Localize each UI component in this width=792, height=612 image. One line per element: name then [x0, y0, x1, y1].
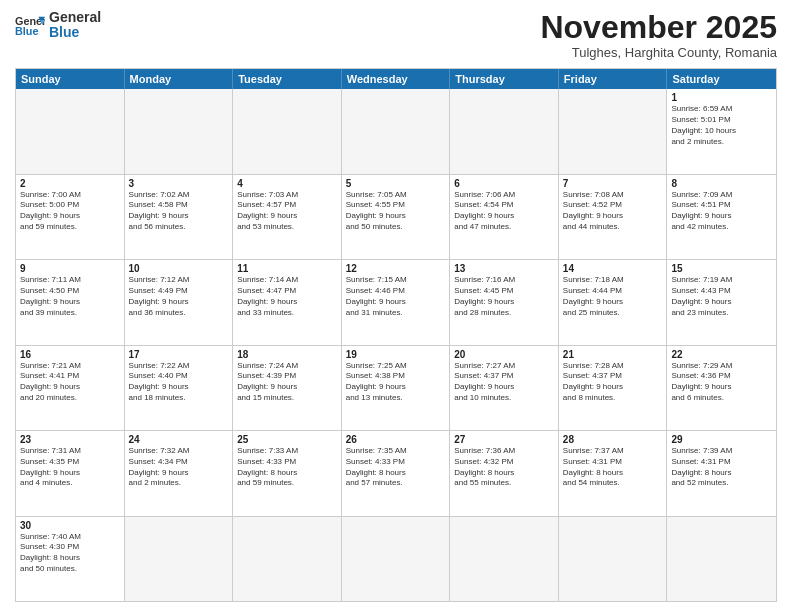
calendar-week-3: 9Sunrise: 7:11 AM Sunset: 4:50 PM Daylig…	[16, 260, 776, 345]
day-content: Sunrise: 7:09 AM Sunset: 4:51 PM Dayligh…	[671, 190, 772, 233]
day-number: 21	[563, 349, 663, 360]
day-number: 29	[671, 434, 772, 445]
day-number: 9	[20, 263, 120, 274]
calendar-cell: 24Sunrise: 7:32 AM Sunset: 4:34 PM Dayli…	[125, 431, 234, 515]
header-day-thursday: Thursday	[450, 69, 559, 89]
day-number: 14	[563, 263, 663, 274]
day-content: Sunrise: 7:32 AM Sunset: 4:34 PM Dayligh…	[129, 446, 229, 489]
day-content: Sunrise: 7:29 AM Sunset: 4:36 PM Dayligh…	[671, 361, 772, 404]
calendar-cell: 3Sunrise: 7:02 AM Sunset: 4:58 PM Daylig…	[125, 175, 234, 259]
calendar-cell: 27Sunrise: 7:36 AM Sunset: 4:32 PM Dayli…	[450, 431, 559, 515]
header-day-sunday: Sunday	[16, 69, 125, 89]
day-content: Sunrise: 7:21 AM Sunset: 4:41 PM Dayligh…	[20, 361, 120, 404]
calendar-cell	[125, 517, 234, 601]
logo-icon: General Blue	[15, 13, 45, 37]
calendar-cell	[450, 89, 559, 173]
day-content: Sunrise: 7:25 AM Sunset: 4:38 PM Dayligh…	[346, 361, 446, 404]
day-number: 6	[454, 178, 554, 189]
day-number: 12	[346, 263, 446, 274]
calendar-cell	[559, 517, 668, 601]
calendar-cell: 22Sunrise: 7:29 AM Sunset: 4:36 PM Dayli…	[667, 346, 776, 430]
calendar-cell: 10Sunrise: 7:12 AM Sunset: 4:49 PM Dayli…	[125, 260, 234, 344]
day-number: 30	[20, 520, 120, 531]
calendar-cell: 17Sunrise: 7:22 AM Sunset: 4:40 PM Dayli…	[125, 346, 234, 430]
header-day-wednesday: Wednesday	[342, 69, 451, 89]
day-number: 23	[20, 434, 120, 445]
svg-text:Blue: Blue	[15, 25, 38, 37]
calendar-cell: 13Sunrise: 7:16 AM Sunset: 4:45 PM Dayli…	[450, 260, 559, 344]
calendar-cell: 29Sunrise: 7:39 AM Sunset: 4:31 PM Dayli…	[667, 431, 776, 515]
calendar-week-4: 16Sunrise: 7:21 AM Sunset: 4:41 PM Dayli…	[16, 346, 776, 431]
calendar-page: General Blue General Blue November 2025 …	[0, 0, 792, 612]
calendar-cell: 12Sunrise: 7:15 AM Sunset: 4:46 PM Dayli…	[342, 260, 451, 344]
day-content: Sunrise: 6:59 AM Sunset: 5:01 PM Dayligh…	[671, 104, 772, 147]
day-number: 25	[237, 434, 337, 445]
day-content: Sunrise: 7:28 AM Sunset: 4:37 PM Dayligh…	[563, 361, 663, 404]
day-number: 10	[129, 263, 229, 274]
day-number: 8	[671, 178, 772, 189]
day-number: 28	[563, 434, 663, 445]
calendar-week-2: 2Sunrise: 7:00 AM Sunset: 5:00 PM Daylig…	[16, 175, 776, 260]
header-day-tuesday: Tuesday	[233, 69, 342, 89]
day-content: Sunrise: 7:06 AM Sunset: 4:54 PM Dayligh…	[454, 190, 554, 233]
calendar-header: SundayMondayTuesdayWednesdayThursdayFrid…	[16, 69, 776, 89]
day-content: Sunrise: 7:22 AM Sunset: 4:40 PM Dayligh…	[129, 361, 229, 404]
calendar-cell: 9Sunrise: 7:11 AM Sunset: 4:50 PM Daylig…	[16, 260, 125, 344]
calendar-cell: 7Sunrise: 7:08 AM Sunset: 4:52 PM Daylig…	[559, 175, 668, 259]
calendar-cell	[233, 517, 342, 601]
calendar-cell: 21Sunrise: 7:28 AM Sunset: 4:37 PM Dayli…	[559, 346, 668, 430]
calendar-cell	[342, 89, 451, 173]
day-number: 19	[346, 349, 446, 360]
day-content: Sunrise: 7:36 AM Sunset: 4:32 PM Dayligh…	[454, 446, 554, 489]
day-content: Sunrise: 7:03 AM Sunset: 4:57 PM Dayligh…	[237, 190, 337, 233]
calendar-cell: 18Sunrise: 7:24 AM Sunset: 4:39 PM Dayli…	[233, 346, 342, 430]
calendar-cell: 16Sunrise: 7:21 AM Sunset: 4:41 PM Dayli…	[16, 346, 125, 430]
calendar: SundayMondayTuesdayWednesdayThursdayFrid…	[15, 68, 777, 602]
calendar-cell	[559, 89, 668, 173]
day-number: 17	[129, 349, 229, 360]
calendar-cell: 1Sunrise: 6:59 AM Sunset: 5:01 PM Daylig…	[667, 89, 776, 173]
calendar-cell	[450, 517, 559, 601]
calendar-cell: 19Sunrise: 7:25 AM Sunset: 4:38 PM Dayli…	[342, 346, 451, 430]
day-number: 18	[237, 349, 337, 360]
day-number: 22	[671, 349, 772, 360]
calendar-cell: 6Sunrise: 7:06 AM Sunset: 4:54 PM Daylig…	[450, 175, 559, 259]
day-number: 20	[454, 349, 554, 360]
calendar-cell	[125, 89, 234, 173]
calendar-cell: 20Sunrise: 7:27 AM Sunset: 4:37 PM Dayli…	[450, 346, 559, 430]
day-content: Sunrise: 7:14 AM Sunset: 4:47 PM Dayligh…	[237, 275, 337, 318]
calendar-cell: 15Sunrise: 7:19 AM Sunset: 4:43 PM Dayli…	[667, 260, 776, 344]
day-number: 3	[129, 178, 229, 189]
day-content: Sunrise: 7:12 AM Sunset: 4:49 PM Dayligh…	[129, 275, 229, 318]
calendar-cell	[342, 517, 451, 601]
day-number: 13	[454, 263, 554, 274]
calendar-cell: 4Sunrise: 7:03 AM Sunset: 4:57 PM Daylig…	[233, 175, 342, 259]
header-day-friday: Friday	[559, 69, 668, 89]
day-content: Sunrise: 7:02 AM Sunset: 4:58 PM Dayligh…	[129, 190, 229, 233]
day-content: Sunrise: 7:16 AM Sunset: 4:45 PM Dayligh…	[454, 275, 554, 318]
calendar-cell: 23Sunrise: 7:31 AM Sunset: 4:35 PM Dayli…	[16, 431, 125, 515]
calendar-cell: 25Sunrise: 7:33 AM Sunset: 4:33 PM Dayli…	[233, 431, 342, 515]
day-content: Sunrise: 7:31 AM Sunset: 4:35 PM Dayligh…	[20, 446, 120, 489]
header-day-saturday: Saturday	[667, 69, 776, 89]
header: General Blue General Blue November 2025 …	[15, 10, 777, 60]
header-day-monday: Monday	[125, 69, 234, 89]
day-number: 16	[20, 349, 120, 360]
day-number: 15	[671, 263, 772, 274]
day-content: Sunrise: 7:15 AM Sunset: 4:46 PM Dayligh…	[346, 275, 446, 318]
calendar-cell: 11Sunrise: 7:14 AM Sunset: 4:47 PM Dayli…	[233, 260, 342, 344]
day-content: Sunrise: 7:33 AM Sunset: 4:33 PM Dayligh…	[237, 446, 337, 489]
day-content: Sunrise: 7:39 AM Sunset: 4:31 PM Dayligh…	[671, 446, 772, 489]
calendar-week-1: 1Sunrise: 6:59 AM Sunset: 5:01 PM Daylig…	[16, 89, 776, 174]
day-content: Sunrise: 7:27 AM Sunset: 4:37 PM Dayligh…	[454, 361, 554, 404]
day-number: 1	[671, 92, 772, 103]
logo-blue: Blue	[49, 25, 101, 40]
calendar-cell: 28Sunrise: 7:37 AM Sunset: 4:31 PM Dayli…	[559, 431, 668, 515]
day-content: Sunrise: 7:05 AM Sunset: 4:55 PM Dayligh…	[346, 190, 446, 233]
calendar-cell	[667, 517, 776, 601]
calendar-cell: 30Sunrise: 7:40 AM Sunset: 4:30 PM Dayli…	[16, 517, 125, 601]
calendar-cell	[16, 89, 125, 173]
location-subtitle: Tulghes, Harghita County, Romania	[540, 45, 777, 60]
day-content: Sunrise: 7:40 AM Sunset: 4:30 PM Dayligh…	[20, 532, 120, 575]
calendar-cell: 2Sunrise: 7:00 AM Sunset: 5:00 PM Daylig…	[16, 175, 125, 259]
